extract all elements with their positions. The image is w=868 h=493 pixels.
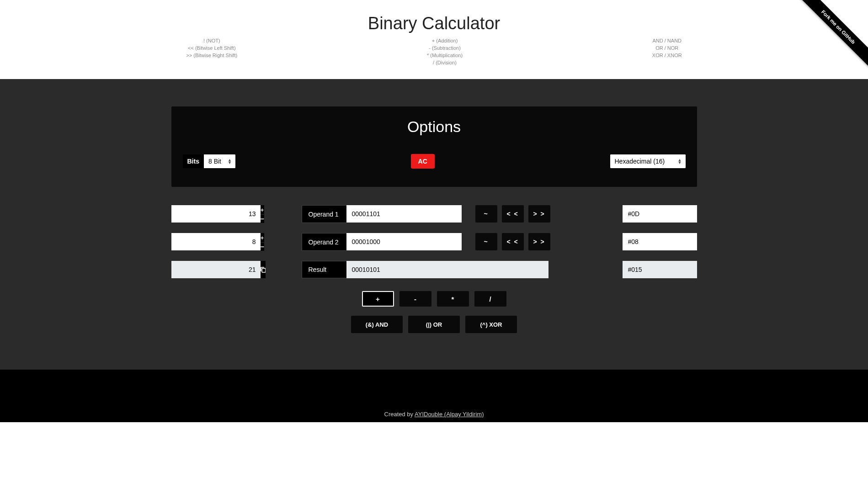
or-button[interactable]: (|) OR	[408, 316, 460, 333]
operand2-rshift-button[interactable]: > >	[528, 233, 550, 250]
footer: Created by AYIDouble (Alpay Yildirim)	[0, 370, 868, 422]
multiply-button[interactable]: *	[437, 291, 469, 307]
copy-icon	[261, 267, 266, 273]
footer-text: Created by	[384, 411, 415, 418]
operand2-hex-output	[623, 233, 697, 250]
operand2-not-button[interactable]: ~	[475, 233, 497, 250]
options-heading: Options	[183, 118, 686, 136]
legend-item: AND / NAND	[652, 38, 682, 43]
plus-icon[interactable]: +	[261, 205, 264, 215]
footer-link[interactable]: AYIDouble (Alpay Yildirim)	[415, 411, 484, 418]
operand1-rshift-button[interactable]: > >	[528, 205, 550, 223]
legend-item: * (Multiplication)	[427, 53, 463, 58]
operand2-label: Operand 2	[302, 233, 346, 251]
legend-item: - (Subtraction)	[427, 45, 463, 51]
operand2-decimal-input[interactable]	[171, 233, 261, 250]
copy-button[interactable]	[261, 261, 266, 278]
bits-select[interactable]: 8 Bit	[204, 154, 235, 168]
result-hex-output	[623, 261, 697, 278]
operand1-not-button[interactable]: ~	[475, 205, 497, 223]
all-clear-button[interactable]: AC	[411, 154, 435, 169]
base-select[interactable]: Hexadecimal (16)	[610, 154, 686, 168]
and-button[interactable]: (&) AND	[351, 316, 403, 333]
github-ribbon[interactable]: Fork me on GitHub	[792, 0, 868, 74]
legend-item: << (Bitwise Left Shift)	[186, 45, 237, 51]
minus-icon[interactable]: −	[261, 243, 264, 251]
operand2-stepper[interactable]: + −	[261, 233, 264, 251]
minus-icon[interactable]: −	[261, 215, 264, 223]
divide-button[interactable]: /	[474, 291, 506, 307]
operand1-hex-output	[623, 205, 697, 223]
operator-legend: ! (NOT) << (Bitwise Left Shift) >> (Bitw…	[0, 38, 868, 74]
result-label: Result	[302, 261, 346, 278]
operand1-decimal-input[interactable]	[171, 205, 261, 223]
result-binary-output	[346, 261, 548, 278]
bits-label: Bits	[183, 154, 204, 168]
legend-item: OR / NOR	[652, 45, 682, 51]
subtract-button[interactable]: -	[399, 291, 431, 307]
operand2-binary-input[interactable]	[346, 233, 462, 250]
legend-item: + (Addition)	[427, 38, 463, 43]
legend-item: ! (NOT)	[186, 38, 237, 43]
xor-button[interactable]: (^) XOR	[465, 316, 517, 333]
operand1-lshift-button[interactable]: < <	[502, 205, 524, 223]
legend-item: >> (Bitwise Right Shift)	[186, 53, 237, 58]
legend-item: / (Division)	[427, 60, 463, 65]
page-title: Binary Calculator	[0, 14, 868, 33]
plus-icon[interactable]: +	[261, 233, 264, 243]
operand1-binary-input[interactable]	[346, 205, 462, 223]
operand1-label: Operand 1	[302, 205, 346, 223]
add-button[interactable]: +	[362, 291, 394, 307]
options-panel: Options Bits 8 Bit ▲▼ AC Hexadecimal	[171, 106, 697, 187]
result-decimal-output	[171, 261, 261, 278]
operand2-lshift-button[interactable]: < <	[502, 233, 524, 250]
legend-item: XOR / XNOR	[652, 53, 682, 58]
operand1-stepper[interactable]: + −	[261, 205, 264, 223]
